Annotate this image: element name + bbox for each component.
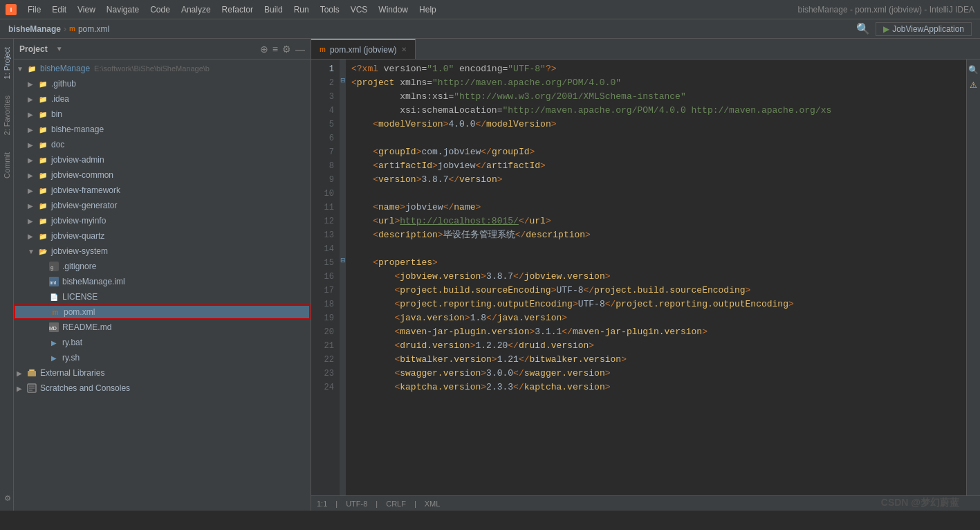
tree-item-external-libs[interactable]: ▶ External Libraries bbox=[14, 365, 311, 381]
line-num-8: 8 bbox=[311, 159, 340, 173]
line-num-10: 10 bbox=[311, 187, 340, 201]
tree-item-gitignore[interactable]: ▶ g .gitignore bbox=[14, 259, 311, 274]
line-num-18: 18 bbox=[311, 298, 340, 311]
tree-item-bin[interactable]: ▶ 📁 bin bbox=[14, 107, 311, 122]
menu-refactor[interactable]: Refactor bbox=[216, 2, 259, 17]
status-encoding: UTF-8 bbox=[346, 500, 367, 508]
svg-text:MD: MD bbox=[49, 326, 57, 331]
tree-item-jobview-myinfo[interactable]: ▶ 📁 jobview-myinfo bbox=[14, 213, 311, 228]
panel-settings-btn[interactable]: ⚙ bbox=[282, 44, 291, 55]
jobview-quartz-arrow: ▶ bbox=[28, 232, 37, 240]
code-line-15: <properties> bbox=[351, 256, 966, 270]
panel-collapse-btn[interactable]: ≡ bbox=[272, 44, 278, 55]
svg-text:iml: iml bbox=[50, 280, 56, 285]
line-num-9: 9 bbox=[311, 173, 340, 187]
line-num-19: 19 bbox=[311, 311, 340, 325]
menu-navigate[interactable]: Navigate bbox=[101, 2, 145, 17]
panel-close-btn[interactable]: — bbox=[295, 44, 305, 55]
line-num-21: 21 bbox=[311, 339, 340, 353]
bishe-manage-folder-icon: 📁 bbox=[37, 124, 48, 135]
run-app-button[interactable]: ▶ JobViewApplication bbox=[876, 22, 972, 36]
tree-item-github[interactable]: ▶ 📁 .github bbox=[14, 76, 311, 91]
tree-item-pom-xml[interactable]: ▶ m pom.xml bbox=[14, 304, 311, 320]
tree-item-bishemanage-iml[interactable]: ▶ iml bisheManage.iml bbox=[14, 274, 311, 289]
menu-analyze[interactable]: Analyze bbox=[176, 2, 216, 17]
idea-folder-icon: 📁 bbox=[37, 93, 48, 104]
sidebar-tab-project[interactable]: 1: Project bbox=[1, 39, 13, 87]
tree-item-ry-sh[interactable]: ▶ ▶ ry.sh bbox=[14, 350, 311, 365]
jobview-admin-label: jobview-admin bbox=[51, 155, 104, 165]
tree-item-doc[interactable]: ▶ 📁 doc bbox=[14, 137, 311, 152]
menu-run[interactable]: Run bbox=[288, 2, 315, 17]
tree-item-idea[interactable]: ▶ 📁 .idea bbox=[14, 91, 311, 107]
gitignore-label: .gitignore bbox=[62, 262, 96, 271]
line-num-2: 2 bbox=[311, 76, 340, 90]
tree-item-ry-bat[interactable]: ▶ ▶ ry.bat bbox=[14, 335, 311, 350]
code-content[interactable]: <?xml version="1.0" encoding="UTF-8"?> <… bbox=[346, 60, 966, 495]
bishe-manage-arrow: ▶ bbox=[28, 126, 37, 134]
svg-text:g: g bbox=[50, 264, 53, 271]
jobview-generator-arrow: ▶ bbox=[28, 202, 37, 210]
panel-locate-btn[interactable]: ⊕ bbox=[260, 44, 268, 55]
jobview-myinfo-label: jobview-myinfo bbox=[51, 216, 106, 226]
code-line-12: <url>http://localhost:8015/</url> bbox=[351, 214, 966, 228]
menu-file[interactable]: File bbox=[22, 2, 46, 17]
menu-help[interactable]: Help bbox=[414, 2, 442, 17]
jobview-framework-arrow: ▶ bbox=[28, 187, 37, 194]
status-file-type: XML bbox=[425, 500, 441, 508]
editor-tab-pom[interactable]: m pom.xml (jobview) ✕ bbox=[311, 39, 416, 59]
scratches-label: Scratches and Consoles bbox=[40, 383, 130, 393]
status-line-sep: CRLF bbox=[386, 500, 406, 508]
tab-close-btn[interactable]: ✕ bbox=[401, 46, 407, 53]
line-num-7: 7 bbox=[311, 145, 340, 159]
code-line-8: <artifactId>jobview</artifactId> bbox=[351, 159, 966, 173]
code-line-9: <version>3.8.7</version> bbox=[351, 173, 966, 187]
right-icon-warning[interactable]: ⚠ bbox=[967, 77, 980, 93]
code-line-21: <druid.version>1.2.20</druid.version> bbox=[351, 339, 966, 353]
sidebar-tab-settings[interactable]: ⚙ bbox=[0, 485, 13, 511]
bishemanage-iml-label: bisheManage.iml bbox=[62, 277, 125, 286]
breadcrumb-project[interactable]: bisheManage bbox=[8, 24, 61, 34]
menu-view[interactable]: View bbox=[72, 2, 101, 17]
right-icon-search[interactable]: 🔍 bbox=[965, 62, 980, 77]
code-line-11: <name>jobview</name> bbox=[351, 201, 966, 214]
menu-tools[interactable]: Tools bbox=[315, 2, 345, 17]
menu-edit[interactable]: Edit bbox=[46, 2, 72, 17]
code-line-20: <maven-jar-plugin.version>3.1.1</maven-j… bbox=[351, 325, 966, 339]
tree-item-jobview-common[interactable]: ▶ 📁 jobview-common bbox=[14, 167, 311, 183]
search-icon[interactable]: 🔍 bbox=[856, 22, 870, 35]
sh-icon: ▶ bbox=[48, 352, 59, 363]
status-separator-2: | bbox=[376, 500, 378, 508]
breadcrumb-file[interactable]: pom.xml bbox=[78, 24, 109, 34]
tree-item-bishe-manage[interactable]: ▶ 📁 bishe-manage bbox=[14, 122, 311, 137]
jobview-admin-folder-icon: 📁 bbox=[37, 154, 48, 165]
menu-window[interactable]: Window bbox=[373, 2, 414, 17]
jobview-myinfo-folder-icon: 📁 bbox=[37, 215, 48, 226]
code-editor[interactable]: 1 2 3 4 5 6 7 8 9 10 11 12 13 14 15 16 1… bbox=[311, 60, 980, 495]
code-line-5: <modelVersion>4.0.0</modelVersion> bbox=[351, 118, 966, 131]
panel-dropdown-icon[interactable]: ▼ bbox=[56, 45, 63, 53]
bin-folder-icon: 📁 bbox=[37, 109, 48, 120]
tree-item-scratches[interactable]: ▶ Scratches and Consoles bbox=[14, 381, 311, 396]
tree-item-jobview-generator[interactable]: ▶ 📁 jobview-generator bbox=[14, 198, 311, 213]
tree-item-readme[interactable]: ▶ MD README.md bbox=[14, 320, 311, 335]
license-label: LICENSE bbox=[62, 292, 98, 302]
menu-build[interactable]: Build bbox=[259, 2, 288, 17]
jobview-system-arrow: ▼ bbox=[28, 248, 37, 255]
tree-item-jobview-quartz[interactable]: ▶ 📁 jobview-quartz bbox=[14, 228, 311, 244]
code-line-6 bbox=[351, 131, 966, 145]
line-num-13: 13 bbox=[311, 228, 340, 242]
gitignore-icon: g bbox=[48, 261, 59, 272]
sidebar-tab-commit[interactable]: Commit bbox=[1, 144, 13, 187]
menu-code[interactable]: Code bbox=[145, 2, 176, 17]
tree-root[interactable]: ▼ 📁 bisheManage E:\softwork\BiShe\biSheM… bbox=[14, 61, 311, 76]
sidebar-tab-favorites[interactable]: 2: Favorites bbox=[1, 87, 13, 143]
menu-vcs[interactable]: VCS bbox=[345, 2, 373, 17]
line-num-14: 14 bbox=[311, 242, 340, 256]
tree-item-license[interactable]: ▶ 📄 LICENSE bbox=[14, 289, 311, 304]
tree-item-jobview-system[interactable]: ▼ 📂 jobview-system bbox=[14, 244, 311, 259]
tree-item-jobview-framework[interactable]: ▶ 📁 jobview-framework bbox=[14, 183, 311, 198]
tree-item-jobview-admin[interactable]: ▶ 📁 jobview-admin bbox=[14, 152, 311, 167]
line-num-12: 12 bbox=[311, 214, 340, 228]
line-num-23: 23 bbox=[311, 367, 340, 381]
